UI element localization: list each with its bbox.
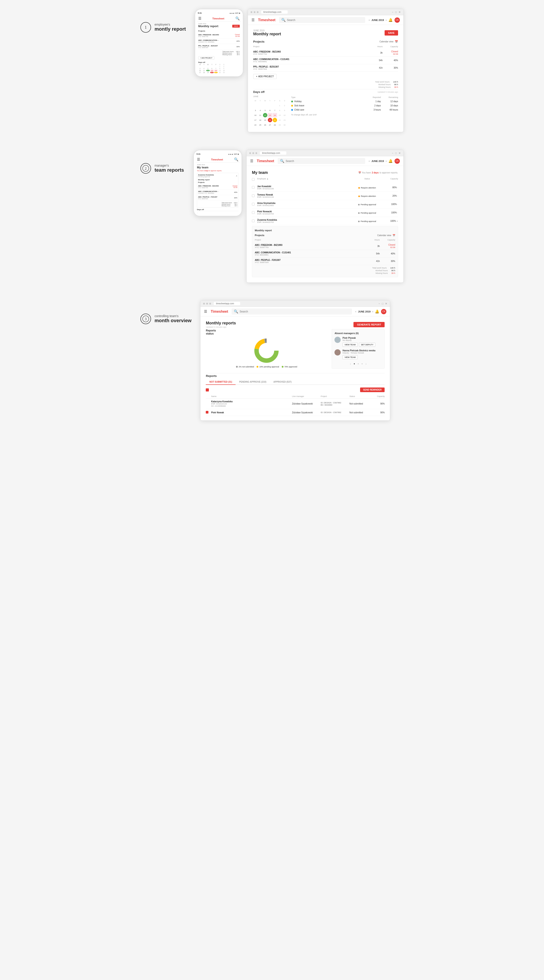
add-project-button-1[interactable]: + ADD PROJECT: [253, 74, 277, 79]
cal-day-25: 25: [258, 123, 263, 127]
emp-id-4: ENR: 9A44420703: [257, 213, 352, 215]
r-check-2[interactable]: [206, 411, 211, 414]
phone-days-off-placeholder-2: ...: [197, 211, 238, 213]
absent-dot-2: •: [358, 362, 359, 366]
phone-team-proj-name-3: ABC: PEOPLE - F201307: [198, 196, 234, 198]
project-hours-2: 54h: [369, 59, 383, 62]
days-off-title-1: Days off: [253, 90, 265, 94]
nav-menu-icon-1[interactable]: ☰: [252, 18, 255, 22]
total-value-2: 98 h: [394, 83, 398, 86]
expand-icon-4[interactable]: ›: [397, 212, 398, 214]
nav-prev-icon-3[interactable]: ‹: [356, 310, 356, 313]
browser-max-icon-2[interactable]: □: [395, 151, 397, 155]
browser-close-icon-3[interactable]: ✕: [385, 302, 387, 305]
expanded-calendar-toggle[interactable]: Calendar view 📅: [377, 234, 395, 237]
nav-bell-icon-2[interactable]: 🔔: [388, 159, 393, 163]
phone-menu-icon-2[interactable]: ☰: [197, 158, 200, 162]
team-col-headers-2: Employee ▲ Status Capacity: [252, 178, 398, 181]
expand-icon-3[interactable]: ›: [397, 203, 398, 205]
nav-bell-icon-1[interactable]: 🔔: [388, 18, 393, 22]
total-line-1: Total work hours 140 h: [375, 81, 398, 83]
collapse-icon-5[interactable]: ∧: [397, 220, 398, 222]
project-code-1: XYZ: 50587764: [253, 53, 369, 55]
browser-min-icon-3[interactable]: −: [378, 302, 380, 305]
view-team-btn-2[interactable]: VIEW TEAM: [343, 355, 357, 359]
expand-icon-1[interactable]: ›: [397, 186, 398, 189]
tab-not-submitted[interactable]: NOT SUBMITTED (31): [206, 379, 236, 385]
view-team-btn-1[interactable]: VIEW TEAM: [343, 343, 357, 347]
browser-max-icon-1[interactable]: □: [395, 11, 397, 14]
browser-close-icon-1[interactable]: ✕: [399, 11, 401, 14]
days-col-reported-header: Reported: [368, 96, 381, 99]
browser-max-icon-3[interactable]: □: [382, 302, 383, 305]
phone-add-project-btn-1[interactable]: + ADD PROJECT: [198, 56, 214, 60]
team-employee-1: Jan Kowalski ENR: 9A32022156: [257, 185, 352, 190]
phone-menu-icon-1[interactable]: ☰: [198, 16, 201, 21]
team-check-4[interactable]: [252, 211, 257, 215]
nav-bell-icon-3[interactable]: 🔔: [375, 309, 379, 313]
send-reminder-button[interactable]: SEND REMINDER: [360, 388, 385, 392]
absent-person-1: Piotr Ptywak No deputy VIEW TEAM SET DEP…: [335, 337, 382, 347]
tab-pending-approve[interactable]: PENDING APPROVE (210): [236, 379, 270, 385]
generate-report-button[interactable]: GENERATE REPORT: [354, 322, 384, 327]
team-check-1[interactable]: [252, 186, 257, 189]
phone-save-btn-1[interactable]: SAVE: [232, 25, 240, 28]
nav-app-title-3: Timesheet: [211, 310, 228, 313]
browser-bar-3: timesheetapp.com − □ ✕: [201, 301, 390, 307]
absent-next[interactable]: ›: [365, 362, 367, 366]
nav-search-3[interactable]: 🔍: [231, 309, 352, 315]
browser-dot-yellow-2: [252, 152, 254, 154]
phone-monthly-report-label-2: Monthly report: [198, 179, 237, 181]
nav-next-icon-2[interactable]: ›: [386, 159, 386, 162]
exp-total-value-1: 140 h: [390, 267, 395, 269]
team-status-3: Pending approval: [352, 202, 383, 206]
team-check-5[interactable]: [252, 219, 257, 223]
nav-search-2[interactable]: 🔍: [278, 158, 365, 164]
section-1-label: 1 employee's montly report: [140, 9, 186, 33]
phone-collapse-icon-2[interactable]: ∧: [236, 175, 237, 177]
cal-day-20[interactable]: 20: [268, 118, 272, 122]
nav-next-icon-1[interactable]: ›: [386, 19, 386, 22]
holiday-dot: [291, 101, 293, 102]
browser-dot-red-3: [203, 303, 205, 304]
expand-icon-2[interactable]: ›: [397, 195, 398, 197]
legend-green: 78% approved: [282, 366, 297, 368]
save-button-1[interactable]: SAVE: [384, 30, 398, 35]
phone-search-icon-2[interactable]: 🔍: [234, 158, 238, 162]
nav-prev-icon-2[interactable]: ‹: [369, 159, 370, 162]
absent-prev[interactable]: ‹: [350, 362, 351, 366]
app-content-2: My team 📅 You have 2 days to approve rep…: [247, 166, 404, 282]
team-check-2[interactable]: [252, 194, 257, 198]
nav-menu-icon-2[interactable]: ☰: [250, 159, 253, 163]
emp-id-2: ENR: 9A32022134: [257, 196, 352, 198]
browser-min-icon-1[interactable]: −: [392, 11, 393, 14]
nav-app-title-2: Timesheet: [257, 159, 274, 163]
nav-menu-icon-3[interactable]: ☰: [204, 309, 207, 313]
r-col-status-header: Status: [349, 395, 371, 398]
tab-approved[interactable]: APPROVED (537): [270, 379, 295, 385]
nav-prev-icon-1[interactable]: ‹: [369, 19, 370, 22]
browser-dot-green-1: [257, 11, 258, 13]
emp-name-1: Jan Kowalski: [257, 185, 352, 188]
legend-label-gray: 2% not submitted: [239, 366, 254, 368]
sick-label: Sick leave: [294, 104, 305, 107]
nav-search-1[interactable]: 🔍: [279, 17, 365, 23]
calendar-view-toggle-1[interactable]: Calendar view 📅: [380, 40, 398, 43]
search-input-3[interactable]: [239, 310, 349, 313]
r-check-1[interactable]: [206, 402, 211, 406]
phone-search-icon-1[interactable]: 🔍: [235, 16, 240, 21]
search-input-2[interactable]: [286, 159, 363, 162]
phone-expanded-name-2: Zuzanna Kowalska: [198, 174, 214, 176]
search-input-1[interactable]: [287, 19, 363, 22]
browser-min-icon-2[interactable]: −: [392, 151, 393, 155]
set-deputy-btn-1[interactable]: SET DEPUTY: [359, 343, 375, 347]
browser-close-icon-2[interactable]: ✕: [399, 151, 401, 155]
exp-total-label-2: Worked hours: [375, 269, 388, 272]
section-2-top-label: manager's: [155, 164, 184, 167]
days-type-sick: Sick leave: [291, 104, 366, 107]
team-check-3[interactable]: [252, 202, 257, 206]
expanded-projects-head: Projects Calendar view 📅: [255, 234, 395, 237]
approve-notice-2: 📅 You have 2 days to approve reports.: [358, 172, 398, 174]
nav-next-icon-3[interactable]: ›: [372, 310, 373, 313]
select-all-checkbox[interactable]: [252, 178, 255, 181]
